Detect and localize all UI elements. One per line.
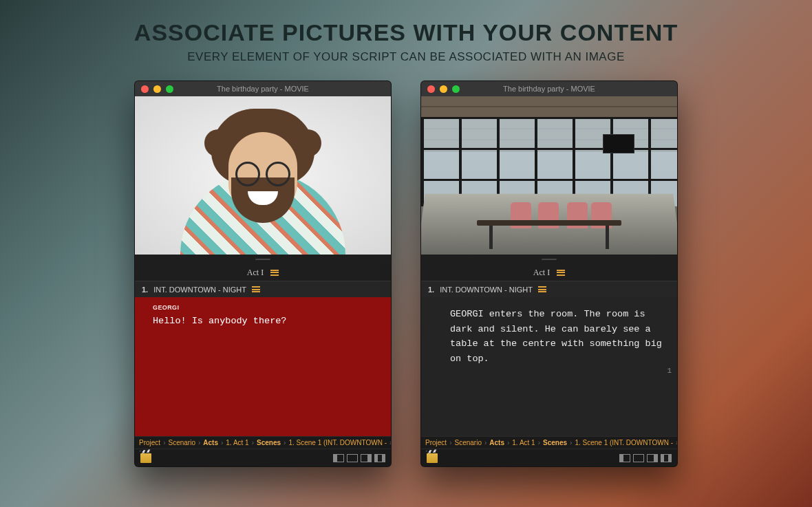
scene-heading: INT. DOWNTOWN - NIGHT: [153, 285, 246, 294]
marketing-subtitle: EVERY ELEMENT OF YOUR SCRIPT CAN BE ASSO…: [0, 50, 812, 64]
scene-marker-icon: [538, 286, 546, 292]
app-window-left: The birthday party - MOVIE Act I 1. INT.…: [134, 80, 392, 467]
breadcrumb-separator: ›: [252, 439, 254, 446]
layout-full-button[interactable]: [347, 454, 358, 462]
splitter-handle[interactable]: [135, 255, 391, 264]
breadcrumb-separator: ›: [449, 439, 451, 446]
associated-image[interactable]: [421, 96, 677, 255]
clapperboard-icon[interactable]: [140, 453, 151, 463]
close-button[interactable]: [427, 85, 435, 93]
splitter-handle[interactable]: [421, 255, 677, 264]
script-editor[interactable]: GEORGI Hello! Is anybody there?: [135, 297, 391, 436]
clapperboard-icon[interactable]: [427, 453, 438, 463]
breadcrumb-segment[interactable]: 1. Scene 1 (INT. DOWNTOWN -: [288, 439, 387, 446]
breadcrumb-segment[interactable]: Project: [425, 439, 447, 446]
act-bar[interactable]: Act I: [135, 264, 391, 281]
layout-left-panel-button[interactable]: [619, 454, 630, 462]
breadcrumb-segment[interactable]: 1. Act 1: [226, 439, 248, 446]
bottom-toolbar: [421, 449, 677, 466]
scene-number: 1.: [428, 285, 434, 294]
layout-right-panel-button[interactable]: [647, 454, 658, 462]
scene-marker-icon: [252, 286, 260, 292]
scene-heading: INT. DOWNTOWN - NIGHT: [440, 285, 533, 294]
dialogue-line[interactable]: Hello! Is anybody there?: [153, 314, 381, 329]
breadcrumb-segment[interactable]: 1. Scene 1 (INT. DOWNTOWN -: [575, 439, 673, 446]
breadcrumb-segment[interactable]: 1. Act 1: [512, 439, 535, 446]
layout-left-panel-button[interactable]: [333, 454, 344, 462]
breadcrumb-separator: ›: [507, 439, 509, 446]
breadcrumb[interactable]: Project›Scenario›Acts›1. Act 1›Scenes›1.…: [421, 436, 677, 449]
layout-right-panel-button[interactable]: [361, 454, 372, 462]
scene-header[interactable]: 1. INT. DOWNTOWN - NIGHT: [135, 281, 391, 297]
scene-header[interactable]: 1. INT. DOWNTOWN - NIGHT: [421, 281, 677, 297]
layout-switcher: [333, 454, 385, 462]
action-line[interactable]: GEORGI enters the room. The room is dark…: [450, 307, 662, 366]
titlebar[interactable]: The birthday party - MOVIE: [135, 81, 391, 96]
script-editor[interactable]: GEORGI enters the room. The room is dark…: [421, 297, 677, 436]
breadcrumb-separator: ›: [484, 439, 487, 446]
layout-switcher: [619, 454, 672, 462]
act-marker-icon: [557, 270, 565, 276]
breadcrumb-segment[interactable]: Acts: [203, 439, 218, 446]
minimize-button[interactable]: [153, 85, 161, 93]
character-name: GEORGI: [153, 304, 381, 311]
zoom-button[interactable]: [452, 85, 460, 93]
close-button[interactable]: [141, 85, 149, 93]
layout-full-button[interactable]: [633, 454, 644, 462]
app-window-right: The birthday party - MOVIE Act I 1. INT.…: [420, 80, 678, 467]
breadcrumb-segment[interactable]: Scenes: [543, 439, 567, 446]
associated-image[interactable]: [135, 96, 391, 255]
titlebar[interactable]: The birthday party - MOVIE: [421, 81, 677, 96]
breadcrumb-separator: ›: [163, 439, 165, 446]
breadcrumb-separator: ›: [198, 439, 200, 446]
layout-both-panels-button[interactable]: [374, 454, 385, 462]
breadcrumb-separator: ›: [570, 439, 572, 446]
bottom-toolbar: [135, 449, 391, 466]
act-bar[interactable]: Act I: [421, 264, 677, 281]
breadcrumb-segment[interactable]: Acts: [489, 439, 504, 446]
breadcrumb-separator: ›: [389, 439, 391, 446]
zoom-button[interactable]: [166, 85, 173, 93]
breadcrumb-segment[interactable]: Project: [139, 439, 160, 446]
minimize-button[interactable]: [440, 85, 447, 93]
act-label: Act I: [533, 268, 550, 278]
layout-both-panels-button[interactable]: [661, 454, 672, 462]
page-number: 1: [667, 367, 672, 375]
act-marker-icon: [270, 270, 279, 276]
act-label: Act I: [247, 268, 264, 278]
breadcrumb-segment[interactable]: Scenes: [257, 439, 281, 446]
scene-number: 1.: [142, 285, 148, 294]
breadcrumb-separator: ›: [221, 439, 223, 446]
breadcrumb-separator: ›: [538, 439, 540, 446]
breadcrumb-segment[interactable]: Scenario: [168, 439, 195, 446]
marketing-title: ASSOCIATE PICTURES WITH YOUR CONTENT: [0, 19, 812, 46]
breadcrumb-segment[interactable]: Scenario: [454, 439, 481, 446]
breadcrumb-separator: ›: [676, 439, 677, 446]
breadcrumb[interactable]: Project›Scenario›Acts›1. Act 1›Scenes›1.…: [135, 436, 391, 449]
breadcrumb-separator: ›: [284, 439, 286, 446]
